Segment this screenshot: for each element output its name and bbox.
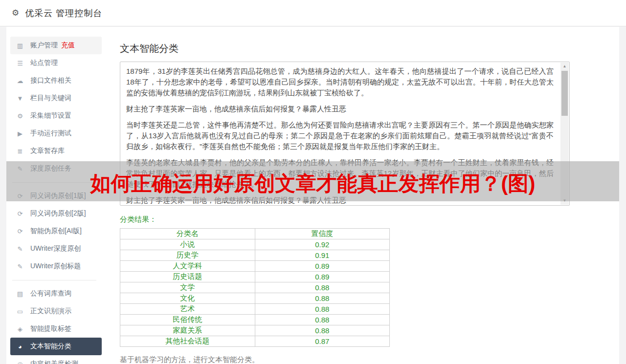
sidebar-item-label: 采集细节设置	[30, 111, 71, 120]
sidebar-item-manual-run[interactable]: ▶ 手动运行测试	[10, 125, 102, 142]
scroll-up-icon[interactable]: ▲	[560, 63, 569, 70]
watermark-band: 如何正确运用好原创文章才能真正发挥作用？(图)	[6, 161, 619, 201]
category-cell: 民俗传统	[120, 315, 255, 325]
sidebar-item-label: 文本智能分类	[30, 342, 71, 351]
sidebar-item-label: 手动运行测试	[30, 129, 71, 138]
table-row: 其他社会话题 0.87	[120, 336, 390, 347]
sidebar-item-label: 栏目与关键词	[30, 94, 71, 103]
table-header-row: 分类名 置信度	[120, 229, 390, 239]
category-cell: 人文学科	[120, 261, 255, 272]
pie-chart-icon: ◕	[16, 343, 24, 350]
sidebar-item-public-lexicon[interactable]: ▤ 公有词库查询	[10, 285, 102, 302]
confidence-cell: 0.91	[255, 250, 390, 261]
sidebar-item-label: 内容相关度检测	[30, 360, 78, 364]
monitor-icon: ▭	[16, 308, 24, 315]
article-paragraph: 当时李莲英还是二总管，这件事他再清楚不过。那么他为何还要冒险向慈禧请求出宫呢？主…	[126, 120, 554, 152]
confidence-cell: 0.88	[255, 282, 390, 293]
watermark-text: 如何正确运用好原创文章才能真正发挥作用？(图)	[90, 170, 536, 197]
table-row: 文学 0.88	[120, 282, 390, 293]
sidebar-item-label: 站点管理	[30, 59, 58, 67]
confidence-cell: 0.87	[255, 336, 390, 347]
category-cell: 艺术	[120, 304, 255, 315]
sidebar-item-sites[interactable]: ☰ 站点管理	[10, 54, 102, 72]
sidebar-item-collect-settings[interactable]: ⚙ 采集细节设置	[10, 107, 102, 125]
sidebar-item-uwriter-deep[interactable]: ✎ UWriter深度原创	[10, 240, 102, 257]
app-header: ⚙ 优采云 管理控制台	[0, 0, 626, 26]
confidence-cell: 0.88	[255, 304, 390, 315]
table-row: 民俗传统 0.88	[120, 315, 390, 325]
sidebar-item-label: 账户管理	[30, 41, 58, 50]
result-label: 分类结果：	[120, 215, 619, 224]
bar-chart-icon: ▥	[16, 42, 24, 49]
play-icon: ▶	[16, 130, 24, 137]
sidebar-item-label: 公有词库查询	[30, 289, 71, 298]
column-header-score: 置信度	[255, 229, 390, 239]
sidebar-item-synonym-v2[interactable]: ⟳ 同义词伪原创[2版]	[10, 205, 102, 222]
table-row: 历史话题 0.89	[120, 272, 390, 282]
sidebar-item-text-classification[interactable]: ◕ 文本智能分类	[10, 338, 102, 355]
sidebar-item-uwriter-title[interactable]: ✎ UWriter原创标题	[10, 257, 102, 275]
article-paragraph: 财主抢了李莲英家一亩地，他成慈禧亲信后如何报复？暴露人性丑恶	[126, 104, 554, 114]
table-row: 家庭关系 0.88	[120, 325, 390, 336]
category-cell: 历史话题	[120, 272, 255, 282]
sidebar-divider	[12, 280, 96, 280]
sidebar-item-columns-keywords[interactable]: ▼ 栏目与关键词	[10, 89, 102, 107]
sidebar-item-label: 智能提取标签	[30, 324, 71, 333]
app-title: 优采云 管理控制台	[25, 7, 102, 19]
gear-icon: ⚙	[12, 8, 19, 18]
table-row: 文化 0.88	[120, 293, 390, 304]
classification-table: 分类名 置信度 小说 0.92 历史学 0.91 人文学科 0.89 历史话题 …	[120, 228, 390, 347]
category-cell: 其他社会话题	[120, 336, 255, 347]
confidence-cell: 0.88	[255, 325, 390, 336]
sidebar-item-tag-extract[interactable]: ◈ 智能提取标签	[10, 320, 102, 338]
category-cell: 小说	[120, 239, 255, 250]
gears-icon: ⚙	[16, 112, 24, 120]
edit-icon: ✎	[16, 245, 24, 253]
category-cell: 文学	[120, 282, 255, 293]
sidebar-item-account[interactable]: ▥ 账户管理 充值	[10, 37, 102, 54]
book-icon: ▤	[16, 290, 24, 298]
table-row: 历史学 0.91	[120, 250, 390, 261]
recharge-link[interactable]: 充值	[61, 41, 75, 50]
edit-icon: ✎	[16, 263, 24, 270]
table-row: 人文学科 0.89	[120, 261, 390, 272]
confidence-cell: 0.88	[255, 293, 390, 304]
sidebar-item-relevance-check[interactable]: ◎ 内容相关度检测	[10, 355, 102, 364]
sidebar-item-label: UWriter原创标题	[30, 262, 81, 271]
sidebar-item-body-recognition[interactable]: ▭ 正文识别演示	[10, 302, 102, 320]
refresh-icon: ⟳	[16, 210, 24, 217]
confidence-cell: 0.88	[255, 315, 390, 325]
sidebar-item-label: 智能伪原创[AI版]	[30, 227, 82, 236]
sidebar-item-ai-rewrite[interactable]: ⟳ 智能伪原创[AI版]	[10, 222, 102, 240]
article-paragraph: 1879年，31岁的李莲英出任储秀宫四品花翎总管，成为慈禧身边的大红人。这年春天…	[126, 66, 554, 98]
tag-icon: ◈	[16, 325, 24, 333]
confidence-cell: 0.89	[255, 261, 390, 272]
table-row: 小说 0.92	[120, 239, 390, 250]
sidebar-item-label: 同义词伪原创[2版]	[30, 209, 86, 218]
footnote-text: 基于机器学习的方法，进行文本智能分类。	[120, 355, 619, 364]
table-row: 艺术 0.88	[120, 304, 390, 315]
sidebar-item-label: UWriter深度原创	[30, 244, 81, 253]
refresh-icon: ⟳	[16, 228, 24, 235]
sidebar-item-label: 接口文件相关	[30, 76, 71, 85]
sidebar-item-label: 正文识别演示	[30, 307, 71, 316]
page-title: 文本智能分类	[120, 42, 619, 55]
relevance-icon: ◎	[16, 361, 24, 364]
confidence-cell: 0.92	[255, 239, 390, 250]
scrollbar-thumb[interactable]	[561, 71, 568, 116]
cloud-upload-icon: ☁	[16, 77, 24, 85]
filter-icon: ▼	[16, 95, 24, 102]
database-icon: ≣	[16, 148, 24, 155]
sidebar-item-label: 文章暂存库	[30, 147, 65, 155]
column-header-name: 分类名	[120, 229, 255, 239]
category-cell: 文化	[120, 293, 255, 304]
list-icon: ☰	[16, 60, 24, 67]
category-cell: 历史学	[120, 250, 255, 261]
category-cell: 家庭关系	[120, 325, 255, 336]
sidebar-item-interface-files[interactable]: ☁ 接口文件相关	[10, 72, 102, 89]
confidence-cell: 0.89	[255, 272, 390, 282]
sidebar-item-article-store[interactable]: ≣ 文章暂存库	[10, 142, 102, 160]
